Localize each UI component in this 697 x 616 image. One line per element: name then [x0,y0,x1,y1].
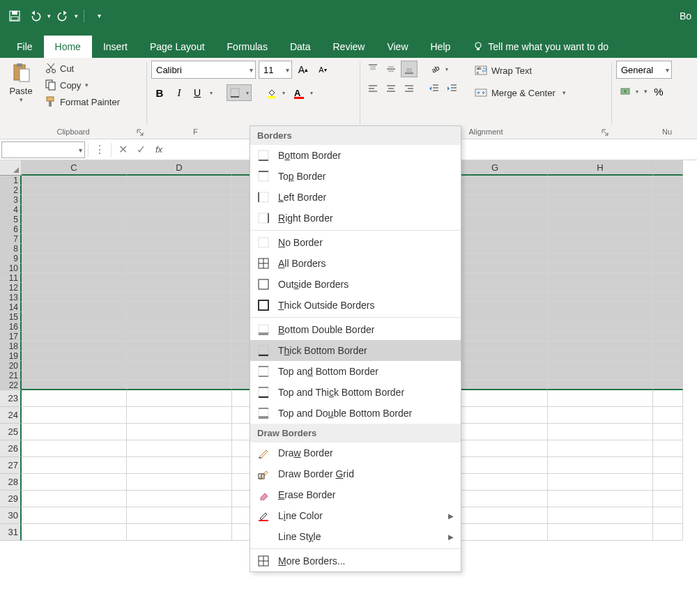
cell[interactable] [653,312,683,322]
cell[interactable] [653,185,683,195]
cell[interactable] [548,371,653,380]
cell[interactable] [127,332,232,341]
cell[interactable] [548,185,653,195]
cell[interactable] [548,302,653,312]
cell[interactable] [127,371,232,380]
cell[interactable] [127,390,232,407]
align-middle-button[interactable] [383,61,399,77]
cell[interactable] [548,254,653,263]
cell[interactable] [653,176,683,185]
cell[interactable] [653,205,683,215]
alignment-dialog-launcher[interactable] [600,128,610,137]
cell[interactable] [22,312,127,322]
cell[interactable] [653,390,683,407]
row-header[interactable]: 16 [0,322,22,332]
border-menu-top-bottom[interactable]: Top and Bottom Border [250,361,461,382]
cell[interactable] [22,332,127,341]
row-header[interactable]: 27 [0,457,22,474]
cell[interactable] [653,283,683,293]
cell[interactable] [548,474,653,491]
cell[interactable] [653,254,683,263]
cell[interactable] [127,440,232,457]
row-header[interactable]: 23 [0,390,22,407]
row-header[interactable]: 8 [0,244,22,254]
cell[interactable] [548,361,653,371]
decrease-font-button[interactable]: A▾ [314,61,331,78]
fill-color-button[interactable] [263,84,288,101]
border-menu-more[interactable]: More Borders... [250,550,461,571]
cell[interactable] [22,440,127,457]
cell[interactable] [653,215,683,224]
cell[interactable] [653,524,683,541]
select-all-corner[interactable] [0,160,22,176]
decrease-indent-button[interactable] [426,80,443,97]
cell[interactable] [653,273,683,283]
cell[interactable] [22,176,127,185]
cell[interactable] [127,273,232,283]
align-left-button[interactable] [365,80,381,97]
align-top-button[interactable] [365,61,381,77]
row-header[interactable]: 17 [0,332,22,341]
cut-button[interactable]: Cut [42,61,123,76]
border-menu-bottom-double[interactable]: Bottom Double Border [250,319,461,340]
clipboard-dialog-launcher[interactable] [135,128,145,137]
cell[interactable] [22,293,127,302]
cell[interactable] [548,215,653,224]
row-header[interactable]: 13 [0,293,22,302]
cell[interactable] [653,457,683,474]
cell[interactable] [653,293,683,302]
column-header[interactable] [653,160,683,176]
cell[interactable] [127,263,232,273]
cell[interactable] [22,283,127,293]
cell[interactable] [653,351,683,361]
row-header[interactable]: 9 [0,254,22,263]
cell[interactable] [22,457,127,474]
cell[interactable] [127,524,232,541]
percent-button[interactable]: % [650,83,667,100]
align-center-button[interactable] [383,80,399,97]
cell[interactable] [127,312,232,322]
cell[interactable] [653,302,683,312]
font-color-button[interactable]: A [291,84,316,101]
tab-formulas[interactable]: Formulas [216,36,279,58]
cell[interactable] [653,380,683,390]
cell[interactable] [548,224,653,234]
cell[interactable] [127,491,232,507]
column-header[interactable]: D [127,160,232,176]
cell[interactable] [22,371,127,380]
border-menu-all[interactable]: All Borders [250,253,461,274]
row-header[interactable]: 19 [0,351,22,361]
row-header[interactable]: 26 [0,440,22,457]
border-menu-left[interactable]: Left Border [250,187,461,208]
format-painter-button[interactable]: Format Painter [42,94,123,109]
cell[interactable] [548,380,653,390]
cell[interactable] [127,302,232,312]
cell[interactable] [22,524,127,541]
cell[interactable] [127,457,232,474]
row-header[interactable]: 25 [0,424,22,440]
qat-customize-button[interactable]: ▾ [90,7,108,25]
cell[interactable] [548,322,653,332]
cancel-formula-button[interactable]: ✕ [114,141,131,158]
align-right-button[interactable] [401,80,418,97]
row-header[interactable]: 30 [0,507,22,524]
cell[interactable] [22,244,127,254]
cell[interactable] [22,205,127,215]
cell[interactable] [653,341,683,351]
cell[interactable] [548,407,653,424]
cell[interactable] [653,234,683,244]
cell[interactable] [127,234,232,244]
cell[interactable] [653,407,683,424]
cell[interactable] [127,322,232,332]
cell[interactable] [548,293,653,302]
cell[interactable] [548,457,653,474]
cell[interactable] [127,474,232,491]
row-header[interactable]: 12 [0,283,22,293]
cell[interactable] [127,254,232,263]
cell[interactable] [127,293,232,302]
increase-font-button[interactable]: A▴ [295,61,312,78]
border-menu-line-style[interactable]: Line Style▶ [250,526,461,547]
cell[interactable] [548,273,653,283]
tab-page-layout[interactable]: Page Layout [139,36,216,58]
undo-button[interactable] [26,7,45,25]
